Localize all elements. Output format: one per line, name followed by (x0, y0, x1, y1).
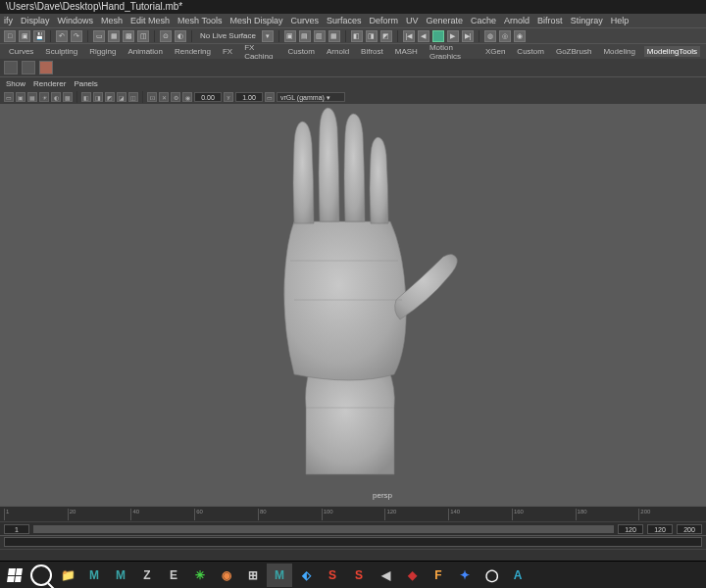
hyper-icon[interactable]: ◧ (351, 30, 363, 42)
shelf-tab-rigging[interactable]: Rigging (86, 46, 119, 57)
sym-icon[interactable]: ◐ (175, 30, 186, 42)
vt-select-icon[interactable]: ▭ (4, 92, 14, 102)
menu-help[interactable]: Help (611, 16, 630, 25)
range-r2-field[interactable]: 200 (677, 524, 702, 534)
redo-icon[interactable]: ↷ (71, 30, 82, 42)
viewport[interactable]: persp (0, 104, 706, 506)
tool-open-icon[interactable]: ▣ (19, 30, 30, 42)
playback-play-icon[interactable] (432, 30, 444, 42)
range-mid-field[interactable]: 120 (618, 524, 643, 534)
shelf-tab-sculpting[interactable]: Sculpting (42, 46, 80, 57)
taskbar-autodesk[interactable]: A (505, 564, 530, 587)
hand-mesh[interactable] (284, 108, 458, 474)
shelf-tab-arnold[interactable]: Arnold (324, 46, 352, 57)
shelf-tab-custom[interactable]: Custom (284, 46, 318, 57)
taskbar-search[interactable] (28, 564, 54, 587)
menu-stingray[interactable]: Stingray (571, 16, 603, 25)
shelf-tab-fx[interactable]: FX (220, 46, 235, 57)
taskbar-zbrush[interactable]: Z (134, 564, 160, 587)
mel-input[interactable] (4, 537, 702, 547)
menu-ify[interactable]: ify (4, 16, 13, 25)
windows-taskbar[interactable]: 📁MMZE✳◉⊞M⬖SS◀◆F✦◯A (0, 561, 706, 588)
vt-e-icon[interactable]: ◫ (128, 92, 138, 102)
menu-curves[interactable]: Curves (290, 16, 319, 25)
taskbar-oculus[interactable]: ◯ (479, 564, 504, 587)
shelf-tab-curves[interactable]: Curves (6, 46, 36, 57)
magnet-icon[interactable]: ⊙ (160, 30, 172, 42)
shelf-tool-3-icon[interactable] (39, 61, 53, 74)
start-button[interactable] (2, 564, 27, 587)
vt-a-icon[interactable]: ◧ (81, 92, 91, 102)
x1-icon[interactable]: ◍ (484, 30, 496, 42)
shelf-tab-modeling[interactable]: Modeling (600, 46, 637, 57)
menu-bar[interactable]: ifyDisplayWindowsMeshEdit MeshMesh Tools… (0, 14, 706, 27)
graph-icon[interactable]: ◩ (380, 30, 392, 42)
vt-iso-icon[interactable]: ⊡ (147, 92, 157, 102)
menu-deform[interactable]: Deform (370, 16, 399, 25)
render3-icon[interactable]: ▦ (328, 30, 340, 42)
menu-windows[interactable]: Windows (58, 16, 94, 25)
ipr-icon[interactable]: ▤ (299, 30, 311, 42)
vt-wire-icon[interactable]: ▩ (63, 92, 73, 102)
shelf-tool-2-icon[interactable] (22, 61, 35, 74)
vt-grid-icon[interactable]: ▦ (27, 92, 37, 102)
taskbar-dropbox[interactable]: ⬖ (293, 564, 319, 587)
range-r1-field[interactable]: 120 (647, 524, 673, 534)
gamma-field[interactable]: 1.00 (235, 92, 263, 102)
range-track[interactable] (33, 525, 614, 533)
playback-next-icon[interactable]: ▶ (447, 30, 459, 42)
vt-film-icon[interactable]: ▭ (265, 92, 275, 102)
vt-d-icon[interactable]: ◪ (117, 92, 126, 102)
menu-mesh-display[interactable]: Mesh Display (229, 16, 282, 25)
x2-icon[interactable]: ◎ (499, 30, 511, 42)
menu-mesh-tools[interactable]: Mesh Tools (177, 16, 222, 25)
vt-b-icon[interactable]: ◨ (93, 92, 103, 102)
taskbar-epic[interactable]: E (161, 564, 186, 587)
snap2-icon[interactable]: ▩ (123, 30, 134, 42)
menu-uv[interactable]: UV (406, 16, 419, 25)
vt-shade-icon[interactable]: ◐ (51, 92, 61, 102)
shelf-tab-gozbrush[interactable]: GoZBrush (553, 46, 594, 57)
taskbar-calc[interactable]: ⊞ (240, 564, 266, 587)
outliner-icon[interactable]: ◨ (366, 30, 378, 42)
shelf-tabs[interactable]: CurvesSculptingRiggingAnimationRendering… (0, 43, 706, 59)
panel-menu-renderer[interactable]: Renderer (33, 79, 66, 88)
playback-rew-icon[interactable]: |◀ (403, 30, 415, 42)
shelf-tab-xgen[interactable]: XGen (482, 46, 508, 57)
select-icon[interactable]: ▭ (93, 30, 105, 42)
vt-cam-icon[interactable]: ▣ (16, 92, 25, 102)
taskbar-app-s2[interactable]: S (346, 564, 372, 587)
vt-c-icon[interactable]: ◩ (105, 92, 115, 102)
tool-save-icon[interactable]: 💾 (33, 30, 45, 42)
taskbar-app-blue[interactable]: ✦ (452, 564, 478, 587)
range-start-field[interactable]: 1 (4, 524, 29, 534)
vt-gamma-icon[interactable]: γ (224, 92, 233, 102)
x3-icon[interactable]: ◉ (514, 30, 526, 42)
vt-gear-icon[interactable]: ⚙ (171, 92, 180, 102)
taskbar-file-explorer[interactable]: 📁 (55, 564, 80, 587)
time-slider[interactable]: 120406080100120140160180200 (0, 506, 706, 521)
menu-generate[interactable]: Generate (427, 16, 464, 25)
menu-cache[interactable]: Cache (471, 16, 496, 25)
panel-menu-show[interactable]: Show (6, 79, 25, 88)
tool-new-icon[interactable]: □ (4, 30, 16, 42)
exposure-field[interactable]: 0.00 (194, 92, 222, 102)
snap3-icon[interactable]: ◫ (137, 30, 149, 42)
vt-dot-icon[interactable]: ◉ (182, 92, 192, 102)
playback-prev-icon[interactable]: ◀ (418, 30, 429, 42)
playback-fwd-icon[interactable]: ▶| (462, 30, 474, 42)
shelf-tool-1-icon[interactable] (4, 61, 18, 74)
range-slider[interactable]: 1 120 120 200 (0, 521, 706, 535)
menu-surfaces[interactable]: Surfaces (327, 16, 362, 25)
panel-menu-panels[interactable]: Panels (74, 79, 97, 88)
menu-arnold[interactable]: Arnold (504, 16, 530, 25)
taskbar-app-f[interactable]: F (426, 564, 451, 587)
taskbar-maya-active[interactable]: M (267, 564, 292, 587)
taskbar-substance[interactable]: ◆ (399, 564, 425, 587)
vt-light-icon[interactable]: ☀ (39, 92, 49, 102)
taskbar-app-green[interactable]: ✳ (187, 564, 213, 587)
menu-display[interactable]: Display (21, 16, 50, 25)
no-live-surface-label[interactable]: No Live Surface (200, 31, 256, 40)
shelf-tab-animation[interactable]: Animation (125, 46, 166, 57)
snap-icon[interactable]: ▦ (108, 30, 120, 42)
